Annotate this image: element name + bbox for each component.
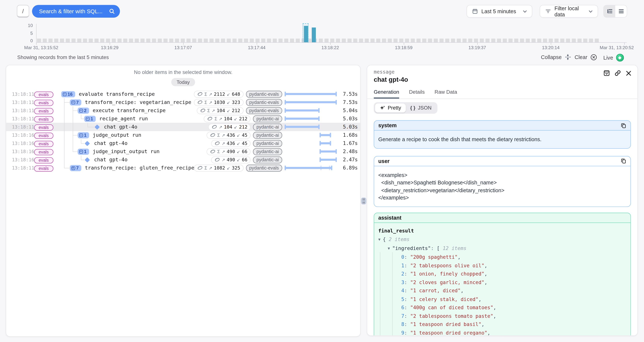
duration-bar [284,93,337,95]
chevron-down-icon[interactable]: ▼ [388,244,392,252]
output-tokens-arrow-icon: ↙ [227,100,230,104]
list-view-button[interactable] [615,6,627,17]
tab-generation[interactable]: Generation [374,89,399,98]
tree-view-button[interactable] [604,6,615,17]
tokens-coin-icon [197,92,203,96]
clear-button[interactable]: Clear [575,54,597,61]
trace-row[interactable]: 13:18:16 evals −1 judge_output run Σ ↗43… [6,131,360,139]
span-label: chat gpt-4o [94,140,128,146]
view-mode-toggle [604,5,627,18]
trace-row[interactable]: 13:18:16 evals −1 judge_input_output run… [6,147,360,156]
span-label: chat gpt-4o [104,124,137,130]
search-placeholder: Search & filter with SQL... [39,8,109,14]
evals-badge[interactable]: evals [34,124,53,130]
records-histogram[interactable]: 10 5 0 Mar 31, 13:15:5213:16:2913:17:071… [0,22,644,52]
close-icon[interactable] [626,70,632,76]
trace-row[interactable]: 13:18:11 evals chat gpt-4o ↗104 ↙212 pyd… [6,123,360,131]
time-range-dropdown[interactable]: Last 5 minutes [466,5,532,18]
evals-badge[interactable]: evals [34,149,53,155]
token-usage-badge: ↗436 ↙45 [211,140,251,146]
duration-bar [284,118,320,120]
collapse-toggle[interactable]: −2 [78,107,89,114]
evals-badge[interactable]: evals [34,166,53,172]
search-input[interactable]: Search & filter with SQL... [32,5,120,18]
framework-badge: pydantic-evals [246,107,282,114]
evals-badge[interactable]: evals [34,157,53,163]
tab-details[interactable]: Details [409,89,425,98]
output-tokens-arrow-icon: ↙ [234,124,237,129]
trace-row[interactable]: 13:18:11 evals −16 evaluate transform_re… [6,90,360,98]
framework-badge: pydantic-ai [253,123,282,130]
trace-row[interactable]: 13:18:11 evals −2 execute transform_reci… [6,106,360,114]
row-duration: 7.53s [343,99,358,105]
duration-bar [284,109,320,112]
evals-badge[interactable]: evals [34,100,53,106]
x-tick-label: Mar 31, 13:20:52 [600,45,634,50]
collapse-toggle[interactable]: −7 [70,99,81,105]
expand-toggle[interactable]: +7 [70,165,81,171]
tokens-coin-icon [212,124,217,129]
tokens-coin-icon [214,157,220,162]
input-tokens-arrow-icon: ↗ [222,149,225,154]
histogram-bar[interactable] [312,28,316,42]
filter-local-data-dropdown[interactable]: Filter local data [540,5,598,18]
sigma-icon: Σ [217,133,220,138]
collapse-toggle[interactable]: −1 [78,132,89,138]
row-timestamp: 13:18:16 [12,149,34,154]
evals-badge[interactable]: evals [34,141,53,147]
input-tokens-arrow-icon: ↗ [222,133,225,137]
trace-row[interactable]: 13:18:11 evals −7 transform_recipe: vege… [6,98,360,106]
trace-row[interactable]: 13:18:11 evals +7 transform_recipe: glut… [6,164,360,172]
tokens-coin-icon [200,108,206,113]
collapse-vertical-icon [564,54,571,60]
trace-row[interactable]: 13:18:16 evals chat gpt-4o ↗490 ↙66 pyda… [6,156,360,164]
json-index: 7 [401,313,404,319]
row-timestamp: 13:18:11 [12,100,34,105]
json-button[interactable]: { } JSON [406,104,436,112]
span-diamond-icon [84,157,90,162]
copy-icon[interactable] [620,158,626,164]
waterfall-cell: 5.03s [284,123,358,131]
open-panel-icon[interactable] [604,70,610,76]
evals-badge[interactable]: evals [34,133,53,139]
row-timestamp: 13:18:11 [12,116,34,122]
trace-rows: 13:18:11 evals −16 evaluate transform_re… [6,90,360,172]
trace-row[interactable]: 13:18:11 evals −1 recipe_agent run Σ ↗10… [6,114,360,123]
row-duration: 1.67s [343,140,358,146]
slash-shortcut-key[interactable]: / [17,5,29,18]
collapse-button[interactable]: Collapse [541,54,571,60]
span-diamond-icon [84,141,90,146]
evals-badge[interactable]: evals [34,108,53,114]
tokens-coin-icon [207,116,213,121]
row-timestamp: 13:18:11 [12,91,34,97]
evals-badge[interactable]: evals [34,116,53,122]
token-usage-badge: Σ ↗2112 ↙648 [194,90,243,98]
trace-row[interactable]: 13:18:16 evals chat gpt-4o ↗436 ↙45 pyda… [6,139,360,147]
item-count: 2 items [389,236,410,242]
row-timestamp: 13:18:11 [12,124,34,130]
json-index: 5 [401,296,404,302]
pretty-button[interactable]: Pretty [375,104,406,112]
panel-resize-handle[interactable] [361,198,366,204]
today-pill[interactable]: Today [171,78,195,86]
output-tokens-arrow-icon: ↙ [237,158,240,162]
duration-bar [320,150,336,152]
chevron-down-icon[interactable]: ▼ [378,235,383,244]
detail-title: chat gpt-4o [374,76,631,84]
generation-content: system Generate a recipe to cook the dis… [367,115,637,335]
collapse-toggle[interactable]: −1 [84,116,96,122]
collapse-toggle[interactable]: −1 [78,148,89,154]
evals-badge[interactable]: evals [34,92,53,98]
collapse-toggle[interactable]: −16 [61,91,75,97]
output-tokens-arrow-icon: ↙ [237,133,240,137]
waterfall-cell: 2.48s [284,147,358,156]
span-label: transform_recipe: gluten_free_recipe [85,165,194,171]
x-tick-label: 13:17:07 [174,45,192,50]
copy-link-icon[interactable] [614,70,621,76]
copy-icon[interactable] [620,122,626,128]
json-tree: ▼{ 2 items ▼"ingredients": [ 12 items 0:… [378,235,626,336]
live-toggle[interactable]: Live [604,54,624,62]
detail-panel: message chat gpt-4o [367,65,638,336]
row-timestamp: 13:18:16 [12,132,34,138]
tab-raw-data[interactable]: Raw Data [434,89,457,98]
